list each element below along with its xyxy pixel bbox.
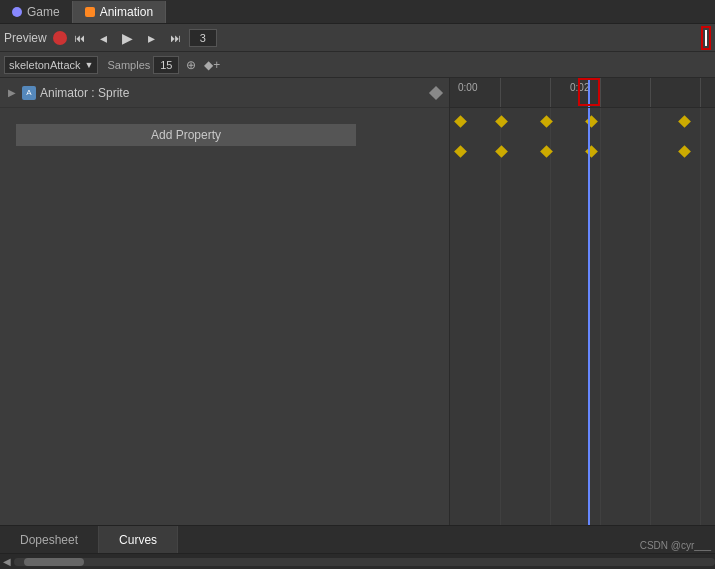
- skip-end-button[interactable]: ⏭: [165, 28, 187, 48]
- tab-animation-label: Animation: [100, 5, 153, 19]
- kf-2-3[interactable]: [542, 147, 551, 156]
- scroll-thumb[interactable]: [24, 558, 84, 566]
- bg-gridline-2: [550, 108, 551, 525]
- clip-name: skeletonAttack: [9, 59, 81, 71]
- scroll-track[interactable]: [14, 558, 715, 566]
- ruler-playhead: [588, 78, 590, 107]
- tab-bar: Game Animation: [0, 0, 715, 24]
- tab-dopesheet[interactable]: Dopesheet: [0, 526, 99, 554]
- keyframe-add-button-outline: [701, 26, 711, 50]
- record-button[interactable]: [53, 31, 67, 45]
- skip-start-button[interactable]: ⏮: [69, 28, 91, 48]
- kf-1-3[interactable]: [542, 117, 551, 126]
- kf-1-5[interactable]: [680, 117, 689, 126]
- watermark: CSDN @cyr___: [640, 540, 711, 551]
- bg-gridline-4: [650, 108, 651, 525]
- kf-2-2[interactable]: [497, 147, 506, 156]
- ruler-gridline-4: [650, 78, 651, 107]
- bottom-area: Dopesheet Curves ◀: [0, 525, 715, 569]
- keyframe-diamond-icon: [429, 85, 443, 99]
- left-panel: ▶ A Animator : Sprite Add Property: [0, 78, 450, 525]
- tab-curves-label: Curves: [119, 533, 157, 547]
- kf-2-5[interactable]: [680, 147, 689, 156]
- expand-arrow-icon: ▶: [8, 87, 22, 98]
- preview-label: Preview: [4, 31, 47, 45]
- add-property-button[interactable]: Add Property: [16, 124, 356, 146]
- animator-sprite-label: Animator : Sprite: [40, 86, 431, 100]
- samples-label: Samples: [107, 59, 150, 71]
- tab-game[interactable]: Game: [0, 1, 73, 23]
- tab-dopesheet-label: Dopesheet: [20, 533, 78, 547]
- time-mark-000: 0:00: [458, 82, 477, 93]
- play-button[interactable]: ▶: [117, 28, 139, 48]
- timeline-playhead: [588, 108, 590, 525]
- kf-1-2[interactable]: [497, 117, 506, 126]
- diamond-plus-icon[interactable]: ◆+: [203, 56, 221, 74]
- target-icon[interactable]: ⊕: [182, 56, 200, 74]
- toolbar-main: Preview ⏮ ◂ ▶ ▸ ⏭ 3: [0, 24, 715, 52]
- frame-input[interactable]: 3: [189, 29, 217, 47]
- step-forward-button[interactable]: ▸: [141, 28, 163, 48]
- bg-gridline-5: [700, 108, 701, 525]
- game-icon: [12, 7, 22, 17]
- add-property-area: Add Property: [0, 108, 449, 162]
- kf-2-1[interactable]: [456, 147, 465, 156]
- app-container: Game Animation Preview ⏮ ◂ ▶ ▸ ⏭ 3 skele…: [0, 0, 715, 569]
- keyframe-add-button[interactable]: [704, 29, 708, 47]
- toolbar-secondary: skeletonAttack ▼ Samples ⊕ ◆+: [0, 52, 715, 78]
- kf-1-1[interactable]: [456, 117, 465, 126]
- bottom-tab-bar: Dopesheet Curves: [0, 525, 715, 553]
- bg-gridline-1: [500, 108, 501, 525]
- tab-curves[interactable]: Curves: [99, 526, 178, 554]
- playhead-line-in-box: [588, 82, 590, 102]
- main-area: ▶ A Animator : Sprite Add Property 0:00 …: [0, 78, 715, 525]
- step-back-button[interactable]: ◂: [93, 28, 115, 48]
- keyframe-rows: [450, 108, 715, 525]
- ruler-gridline-2: [550, 78, 551, 107]
- bg-gridline-3: [600, 108, 601, 525]
- tab-animation[interactable]: Animation: [73, 1, 166, 23]
- timeline-panel: 0:00 0:02: [450, 78, 715, 525]
- ruler-gridline-5: [700, 78, 701, 107]
- clip-dropdown[interactable]: skeletonAttack ▼: [4, 56, 98, 74]
- tab-game-label: Game: [27, 5, 60, 19]
- samples-input[interactable]: [153, 56, 179, 74]
- ruler-gridline-1: [500, 78, 501, 107]
- time-ruler: 0:00 0:02: [450, 78, 715, 108]
- playhead-red-outline: [578, 78, 600, 106]
- ruler-gridline-3: [600, 78, 601, 107]
- sprite-icon: A: [22, 86, 36, 100]
- anim-icon: [85, 7, 95, 17]
- dropdown-arrow-icon: ▼: [85, 60, 94, 70]
- animator-sprite-row[interactable]: ▶ A Animator : Sprite: [0, 78, 449, 108]
- scroll-left-button[interactable]: ◀: [0, 555, 14, 569]
- scroll-bar-area: ◀: [0, 553, 715, 569]
